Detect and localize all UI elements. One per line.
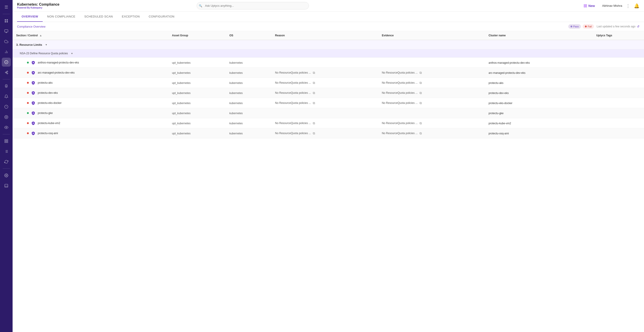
evidence-copy-btn[interactable]: ⧉ — [418, 70, 423, 75]
sidebar-menu-icon[interactable]: ☰ — [2, 3, 11, 12]
evidence-td — [378, 58, 485, 68]
sidebar: ☰ — [0, 0, 12, 332]
status-dot — [27, 82, 29, 84]
evidence-cell: No ResourceQuota policies ... ⧉ — [382, 91, 481, 95]
reason-copy-btn[interactable]: ⧉ — [312, 101, 316, 105]
reason-cell: No ResourceQuota policies ... ⧉ — [275, 101, 374, 105]
breadcrumb[interactable]: Compliance Overview — [17, 25, 46, 28]
asset-cell: anthos-managed-protectu-dev-eks — [16, 60, 165, 65]
asset-cell: arc-managed-protectu-dev-eks — [16, 70, 165, 75]
tab-non-compliance[interactable]: NON COMPLIANCE — [43, 12, 80, 22]
asset-name: protectu-aks — [38, 81, 52, 84]
svg-rect-22 — [5, 140, 6, 141]
evidence-td: No ResourceQuota policies ... ⧉ — [378, 118, 485, 128]
sidebar-settings-icon[interactable] — [2, 171, 11, 180]
asset-cell-wrapper: anthos-managed-protectu-dev-eks — [12, 58, 168, 68]
reason-copy-btn[interactable]: ⧉ — [312, 131, 316, 136]
filter-pill-pass[interactable]: Pass — [568, 24, 581, 29]
sidebar-grid-icon[interactable] — [2, 137, 11, 146]
shield-icon — [30, 131, 36, 136]
asset-group-cell: upt_kubernetes — [168, 88, 226, 98]
uptycs-tags-cell — [593, 128, 644, 138]
sidebar-refresh-icon[interactable] — [2, 157, 11, 166]
section-header-row: 3. Resource Limits ▼ — [12, 40, 644, 49]
subsection-row: NSA-23 Define Resource Quota policies ▼ — [12, 49, 644, 58]
asset-name: protectu-dev-eks — [38, 91, 58, 94]
col-section-control[interactable]: Section / Control ▲ — [12, 31, 168, 40]
evidence-copy-btn[interactable]: ⧉ — [418, 91, 423, 95]
asset-cell-wrapper: protectu-aks — [12, 78, 168, 88]
reason-cell: No ResourceQuota policies ... ⧉ — [275, 81, 374, 85]
filter-pill-fail[interactable]: Fail — [583, 24, 594, 29]
sidebar-dashboard-icon[interactable] — [2, 16, 11, 25]
sidebar-monitor-icon[interactable] — [2, 27, 11, 36]
uptycs-tags-cell — [593, 78, 644, 88]
uptycs-tags-cell — [593, 98, 644, 108]
sidebar-integrations-icon[interactable] — [2, 68, 11, 77]
status-dot — [27, 122, 29, 124]
tab-scheduled-scan[interactable]: SCHEDULED SCAN — [80, 12, 117, 22]
tab-overview[interactable]: OVERVIEW — [17, 12, 43, 22]
sidebar-alert-icon[interactable] — [2, 102, 11, 111]
search-bar — [196, 2, 309, 9]
os-cell: kubernetes — [226, 58, 272, 68]
section-expand-btn[interactable]: ▼ — [44, 42, 48, 47]
status-dot — [27, 62, 29, 63]
cluster-name-cell: protectu-eks-docker — [485, 98, 593, 108]
evidence-td: No ResourceQuota policies ... ⧉ — [378, 98, 485, 108]
sidebar-bottom-icon[interactable] — [2, 181, 11, 190]
svg-point-11 — [6, 72, 6, 73]
reason-copy-btn[interactable]: ⧉ — [312, 91, 316, 95]
asset-group-cell: upt_kubernetes — [168, 98, 226, 108]
sidebar-bug-icon[interactable] — [2, 82, 11, 91]
cluster-name-cell: protectu-osq-ami — [485, 128, 593, 138]
refresh-icon[interactable]: ↺ — [637, 25, 640, 28]
reason-copy-btn[interactable]: ⧉ — [312, 70, 316, 75]
cluster-name-cell: protectu-aks — [485, 78, 593, 88]
asset-name: protectu-gke — [38, 112, 53, 115]
asset-group-cell: upt_kubernetes — [168, 58, 226, 68]
breadcrumb-bar: Compliance Overview Pass Fail Last updat… — [12, 22, 644, 31]
topbar: Kubernetes: Compliance Powered By Kubequ… — [12, 0, 644, 12]
sidebar-list-icon[interactable] — [2, 147, 11, 156]
sidebar-eye-icon[interactable] — [2, 123, 11, 132]
user-name: Abhinav Mishra — [602, 4, 622, 7]
evidence-copy-btn[interactable]: ⧉ — [418, 131, 423, 136]
evidence-copy-btn[interactable]: ⧉ — [418, 101, 423, 105]
evidence-td — [378, 108, 485, 118]
section-title-text: 3. Resource Limits — [16, 43, 42, 46]
tab-configuration[interactable]: CONFIGURATION — [144, 12, 179, 22]
new-button[interactable]: New — [580, 3, 598, 9]
evidence-copy-btn[interactable]: ⧉ — [418, 121, 423, 126]
asset-cell-wrapper: protectu-dev-eks — [12, 88, 168, 98]
evidence-copy-btn[interactable]: ⧉ — [418, 81, 423, 85]
col-os: OS — [226, 31, 272, 40]
col-evidence: Evidence — [378, 31, 485, 40]
reason-copy-btn[interactable]: ⧉ — [312, 81, 316, 85]
sidebar-cloud-icon[interactable] — [2, 37, 11, 46]
search-input[interactable] — [196, 2, 309, 9]
asset-cell: protectu-eks-docker — [16, 100, 165, 106]
svg-point-46 — [33, 133, 34, 134]
status-dot — [27, 112, 29, 114]
svg-point-19 — [5, 116, 8, 119]
os-cell: kubernetes — [226, 88, 272, 98]
tab-exception[interactable]: EXCEPTION — [117, 12, 144, 22]
sidebar-circle-icon[interactable] — [2, 113, 11, 122]
sidebar-chart-icon[interactable] — [2, 47, 11, 56]
sidebar-bell-icon[interactable] — [2, 92, 11, 101]
subsection-expand-btn[interactable]: ▼ — [70, 51, 74, 56]
table-row: protectu-aks upt_kubernetes kubernetes N… — [12, 78, 644, 88]
reason-td: No ResourceQuota policies ... ⧉ — [272, 68, 378, 78]
svg-rect-25 — [7, 142, 8, 143]
svg-line-15 — [6, 72, 7, 73]
asset-name: arc-managed-protectu-dev-eks — [38, 71, 74, 74]
more-options-icon[interactable]: ⋮ — [626, 3, 630, 8]
col-cluster-name: Cluster name — [485, 31, 593, 40]
sidebar-compliance-icon[interactable] — [2, 58, 11, 67]
notification-bell-icon[interactable]: 🔔 — [634, 3, 640, 8]
status-dot — [27, 92, 29, 94]
svg-point-12 — [7, 71, 8, 72]
reason-td: No ResourceQuota policies ... ⧉ — [272, 98, 378, 108]
reason-copy-btn[interactable]: ⧉ — [312, 121, 316, 126]
